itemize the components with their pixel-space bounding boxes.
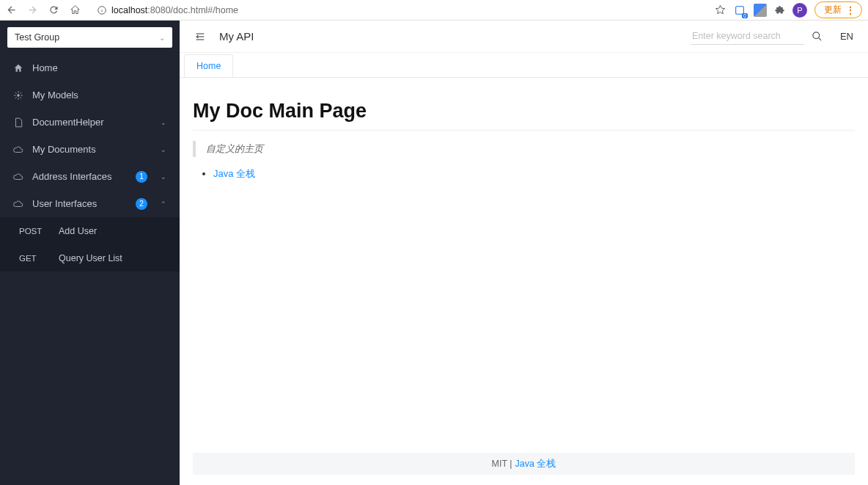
doc-title: My Doc Main Page bbox=[193, 100, 855, 123]
back-icon[interactable] bbox=[6, 4, 17, 15]
footer-license: MIT | bbox=[492, 459, 512, 469]
api-title: My API bbox=[219, 30, 677, 43]
url-host: localhost:8080/doc.html#/home bbox=[111, 5, 238, 15]
extension-icon[interactable]: 0 bbox=[733, 4, 746, 17]
cloud-icon bbox=[13, 199, 23, 209]
search-icon[interactable] bbox=[812, 31, 823, 42]
search-input[interactable] bbox=[691, 28, 804, 45]
reload-icon[interactable] bbox=[48, 4, 59, 15]
sidebar-item-user[interactable]: User Interfaces 2 ⌃ bbox=[0, 190, 180, 217]
cloud-icon bbox=[13, 145, 23, 155]
submenu-label: Add User bbox=[59, 226, 97, 236]
chevron-down-icon: ⌄ bbox=[161, 146, 166, 153]
submenu-item-adduser[interactable]: POST Add User bbox=[0, 217, 180, 244]
update-button[interactable]: 更新 ⋮ bbox=[814, 1, 862, 18]
chevron-down-icon: ⌄ bbox=[161, 119, 166, 126]
chevron-down-icon: ⌄ bbox=[161, 173, 166, 180]
extensions-puzzle-icon[interactable] bbox=[774, 4, 785, 15]
google-translate-icon[interactable] bbox=[754, 4, 767, 17]
main-area: My API EN Home My Doc Main Page 自定义的主页 J… bbox=[180, 21, 868, 485]
browser-toolbar: localhost:8080/doc.html#/home 0 P 更新 ⋮ bbox=[0, 0, 868, 21]
svg-line-9 bbox=[818, 37, 821, 40]
document-icon bbox=[13, 117, 23, 128]
sidebar-item-label: Home bbox=[32, 62, 166, 73]
doc-content: My Doc Main Page 自定义的主页 Java 全栈 MIT | Ja… bbox=[180, 78, 868, 485]
sidebar-item-label: User Interfaces bbox=[32, 198, 127, 209]
sidebar-item-label: Address Interfaces bbox=[32, 171, 127, 182]
chevron-up-icon: ⌃ bbox=[161, 200, 166, 208]
svg-point-8 bbox=[813, 32, 820, 39]
home-nav-icon[interactable] bbox=[70, 4, 81, 15]
tabs-row: Home bbox=[180, 53, 868, 78]
profile-avatar[interactable]: P bbox=[792, 3, 807, 18]
count-badge: 2 bbox=[136, 198, 147, 210]
update-label: 更新 bbox=[824, 4, 842, 16]
sidebar-item-label: DocumentHelper bbox=[32, 117, 147, 128]
sidebar-item-address[interactable]: Address Interfaces 1 ⌄ bbox=[0, 163, 180, 190]
address-bar[interactable]: localhost:8080/doc.html#/home bbox=[89, 2, 706, 18]
kebab-menu-icon[interactable]: ⋮ bbox=[846, 5, 854, 15]
group-select[interactable]: Test Group ⌄ bbox=[7, 27, 172, 48]
bookmark-star-icon[interactable] bbox=[715, 4, 726, 15]
tab-home[interactable]: Home bbox=[184, 54, 233, 77]
collapse-sidebar-icon[interactable] bbox=[194, 31, 206, 43]
topbar: My API EN bbox=[180, 21, 868, 53]
http-method: GET bbox=[19, 254, 43, 263]
svg-point-4 bbox=[17, 94, 20, 97]
http-method: POST bbox=[19, 227, 43, 236]
sidebar-item-label: My Models bbox=[32, 90, 166, 101]
cloud-icon bbox=[13, 172, 23, 182]
sidebar-item-mydocuments[interactable]: My Documents ⌄ bbox=[0, 136, 180, 163]
submenu-label: Query User List bbox=[59, 253, 122, 263]
divider bbox=[193, 130, 855, 131]
count-badge: 1 bbox=[136, 171, 147, 183]
sidebar-item-label: My Documents bbox=[32, 144, 147, 155]
footer-link[interactable]: Java 全栈 bbox=[515, 458, 556, 470]
sidebar-item-models[interactable]: My Models bbox=[0, 81, 180, 109]
footer: MIT | Java 全栈 bbox=[193, 453, 855, 475]
sidebar-item-home[interactable]: Home bbox=[0, 54, 180, 81]
models-icon bbox=[13, 90, 23, 101]
home-icon bbox=[13, 63, 23, 73]
submenu-item-queryuser[interactable]: GET Query User List bbox=[0, 244, 180, 271]
group-select-value: Test Group bbox=[15, 32, 59, 43]
chevron-down-icon: ⌄ bbox=[159, 34, 165, 42]
forward-icon[interactable] bbox=[27, 4, 38, 15]
sidebar: Test Group ⌄ Home My Models DocumentHelp… bbox=[0, 21, 180, 485]
language-toggle[interactable]: EN bbox=[840, 31, 853, 42]
site-info-icon[interactable] bbox=[97, 5, 107, 15]
doc-quote: 自定义的主页 bbox=[193, 141, 855, 157]
list-item: Java 全栈 bbox=[213, 167, 855, 180]
doc-java-link[interactable]: Java 全栈 bbox=[213, 168, 255, 179]
sidebar-item-dochelper[interactable]: DocumentHelper ⌄ bbox=[0, 109, 180, 136]
